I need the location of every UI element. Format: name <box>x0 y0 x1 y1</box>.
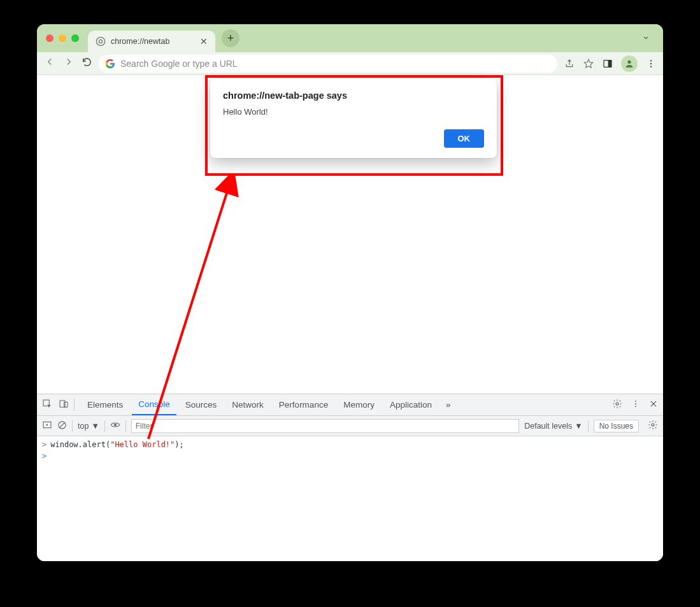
issues-button[interactable]: No Issues <box>594 420 639 432</box>
console-settings-icon[interactable] <box>648 420 658 432</box>
console-sidebar-toggle-icon[interactable] <box>42 420 52 432</box>
toolbar: Search Google or type a URL <box>37 52 663 75</box>
profile-avatar-button[interactable] <box>621 55 638 72</box>
back-button[interactable] <box>43 56 56 71</box>
tab-close-icon[interactable]: ✕ <box>200 36 208 46</box>
browser-window: chrome://newtab ✕ + <box>37 24 663 561</box>
share-icon[interactable] <box>564 58 575 69</box>
toolbar-right <box>564 55 657 72</box>
window-close-button[interactable] <box>46 34 54 42</box>
console-input-line[interactable]: > <box>37 450 663 462</box>
tab-application[interactable]: Application <box>383 395 438 415</box>
svg-point-15 <box>635 406 636 407</box>
svg-point-4 <box>627 60 631 63</box>
dropdown-triangle-icon: ▼ <box>91 422 99 431</box>
window-zoom-button[interactable] <box>71 34 79 42</box>
tab-network[interactable]: Network <box>225 395 270 415</box>
console-toolbar: top ▼ Default levels ▼ No Issues <box>37 416 663 436</box>
prompt-executed-icon: > <box>42 440 46 449</box>
console-line-executed: > window.alert("Hello World!"); <box>37 439 663 450</box>
google-icon <box>105 59 115 69</box>
browser-tab[interactable]: chrome://newtab ✕ <box>88 31 215 52</box>
svg-point-6 <box>650 62 652 64</box>
devtools-close-icon[interactable] <box>649 399 658 410</box>
svg-point-7 <box>650 66 652 67</box>
omnibox-placeholder: Search Google or type a URL <box>120 59 238 69</box>
log-levels-selector[interactable]: Default levels ▼ <box>524 422 582 431</box>
device-toolbar-icon[interactable] <box>59 399 69 411</box>
svg-point-5 <box>650 60 652 61</box>
devtools-tabbar: Elements Console Sources Network Perform… <box>37 394 663 416</box>
devtools-kebab-icon[interactable] <box>631 399 640 410</box>
tab-sources[interactable]: Sources <box>179 395 224 415</box>
dropdown-triangle-icon: ▼ <box>575 422 582 431</box>
page-content: chrome://new-tab-page says Hello World! … <box>37 75 663 394</box>
traffic-lights <box>46 34 79 42</box>
window-minimize-button[interactable] <box>59 34 66 42</box>
tab-memory[interactable]: Memory <box>337 395 381 415</box>
console-code: window.alert("Hello World!"); <box>50 440 184 449</box>
svg-rect-3 <box>608 60 611 67</box>
console-output[interactable]: > window.alert("Hello World!"); > <box>37 436 663 561</box>
tab-elements[interactable]: Elements <box>81 395 129 415</box>
kebab-menu-icon[interactable] <box>645 58 657 69</box>
alert-message: Hello World! <box>223 107 484 117</box>
svg-point-0 <box>96 37 104 45</box>
devtools-panel: Elements Console Sources Network Perform… <box>37 394 663 561</box>
prompt-input-icon: > <box>42 452 46 461</box>
tab-console[interactable]: Console <box>132 394 176 415</box>
reload-button[interactable] <box>82 57 92 70</box>
new-tab-button[interactable]: + <box>222 29 239 47</box>
tabs-overflow-icon[interactable]: » <box>441 400 456 410</box>
titlebar: chrome://newtab ✕ + <box>37 24 663 52</box>
svg-point-12 <box>616 403 618 405</box>
svg-point-1 <box>99 39 102 43</box>
devtools-settings-icon[interactable] <box>612 399 622 411</box>
tab-search-chevron-icon[interactable] <box>641 33 654 44</box>
bookmark-star-icon[interactable] <box>583 58 594 69</box>
side-panel-icon[interactable] <box>602 58 613 69</box>
svg-point-19 <box>652 424 654 426</box>
forward-button[interactable] <box>62 56 75 71</box>
omnibox[interactable]: Search Google or type a URL <box>99 55 557 73</box>
chrome-favicon-icon <box>96 36 106 46</box>
svg-point-18 <box>114 424 117 426</box>
svg-point-13 <box>635 401 636 402</box>
execution-context-selector[interactable]: top ▼ <box>78 422 99 431</box>
svg-point-14 <box>635 403 636 404</box>
console-filter-input[interactable] <box>131 419 519 433</box>
tab-performance[interactable]: Performance <box>273 395 334 415</box>
javascript-alert-dialog: chrome://new-tab-page says Hello World! … <box>210 79 497 158</box>
inspect-element-icon[interactable] <box>42 399 52 411</box>
alert-ok-button[interactable]: OK <box>444 129 485 148</box>
live-expression-icon[interactable] <box>110 420 120 432</box>
clear-console-icon[interactable] <box>57 420 67 432</box>
alert-title: chrome://new-tab-page says <box>223 90 484 101</box>
tab-title: chrome://newtab <box>111 37 169 46</box>
